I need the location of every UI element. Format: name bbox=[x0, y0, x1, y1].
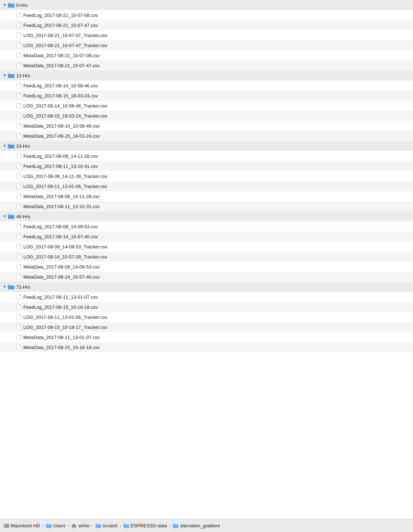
file-label: LOG_2017-08-15_10-18-17_Tracker.csv bbox=[23, 325, 107, 330]
folder-icon bbox=[8, 284, 14, 289]
file-row[interactable]: LOG_2017-08-21_10-07-07_Tracker.csv bbox=[0, 30, 413, 40]
statusbar-separator: › bbox=[42, 523, 44, 528]
folder-label: 0-Hrs bbox=[16, 3, 28, 8]
file-row[interactable]: FeedLog_2017-08-14_10-58-46.csv bbox=[0, 81, 413, 91]
file-icon bbox=[17, 42, 22, 48]
file-row[interactable]: FeedLog_2017-08-11_13-01-07.csv bbox=[0, 292, 413, 302]
tree-root: ▼ 0-Hrs FeedLog_2017-08-21_10-07-08.csv … bbox=[0, 0, 413, 352]
file-row[interactable]: MetaData_2017-08-08_14-11-28.csv bbox=[0, 191, 413, 201]
file-row[interactable]: FeedLog_2017-08-11_13-10-31.csv bbox=[0, 161, 413, 171]
file-row[interactable]: LOG_2017-08-11_13-01-06_Tracker.csv bbox=[0, 312, 413, 322]
statusbar-label: whho bbox=[78, 523, 89, 528]
file-icon bbox=[17, 264, 22, 270]
file-icon bbox=[17, 32, 22, 38]
file-row[interactable]: FeedLog_2017-08-21_10-07-47.csv bbox=[0, 20, 413, 30]
statusbar-label: scratch bbox=[103, 523, 118, 528]
file-label: LOG_2017-08-14_10-57-39_Tracker.csv bbox=[23, 254, 107, 260]
file-row[interactable]: LOG_2017-08-11_13-01-06_Tracker.csv bbox=[0, 181, 413, 191]
folder-icon bbox=[46, 523, 52, 528]
statusbar-item-macintosh-hd[interactable]: Macintosh HD bbox=[4, 523, 40, 529]
file-row[interactable]: MetaData_2017-08-21_10-07-08.csv bbox=[0, 50, 413, 60]
file-icon bbox=[17, 83, 22, 88]
file-label: FeedLog_2017-08-15_18-03-24.csv bbox=[23, 93, 98, 98]
file-row[interactable]: FeedLog_2017-08-15_10-18-18.csv bbox=[0, 302, 413, 312]
tree-container: ▼ 0-Hrs FeedLog_2017-08-21_10-07-08.csv … bbox=[0, 0, 413, 519]
chevron-icon: ▼ bbox=[2, 284, 7, 289]
file-row[interactable]: LOG_2017-08-08_14-11-28_Tracker.csv bbox=[0, 171, 413, 181]
file-row[interactable]: FeedLog_2017-08-21_10-07-08.csv bbox=[0, 10, 413, 20]
file-label: MetaData_2017-08-21_10-07-47.csv bbox=[23, 63, 99, 68]
statusbar-label: starvation_gradient bbox=[180, 523, 220, 528]
folder-label: 72-Hrs bbox=[16, 284, 30, 290]
svg-point-3 bbox=[7, 526, 8, 526]
file-row[interactable]: LOG_2017-08-08_14-09-53_Tracker.csv bbox=[0, 242, 413, 252]
file-icon bbox=[17, 334, 22, 340]
file-icon bbox=[17, 113, 22, 119]
file-row[interactable]: LOG_2017-08-21_10-07-47_Tracker.csv bbox=[0, 40, 413, 50]
statusbar-item-scratch[interactable]: scratch bbox=[96, 523, 118, 528]
file-label: LOG_2017-08-21_10-07-47_Tracker.csv bbox=[23, 43, 107, 48]
file-icon bbox=[17, 344, 22, 350]
statusbar-item-whho[interactable]: whho bbox=[71, 523, 89, 529]
file-icon bbox=[17, 193, 22, 199]
file-icon bbox=[17, 12, 22, 18]
file-icon bbox=[17, 234, 22, 239]
file-browser: ▼ 0-Hrs FeedLog_2017-08-21_10-07-08.csv … bbox=[0, 0, 413, 519]
file-row[interactable]: LOG_2017-08-15_10-18-17_Tracker.csv bbox=[0, 322, 413, 332]
folder-row-72-Hrs[interactable]: ▼ 72-Hrs bbox=[0, 282, 413, 292]
statusbar-label: Macintosh HD bbox=[11, 523, 40, 528]
folder-icon bbox=[124, 523, 129, 528]
file-icon bbox=[17, 52, 22, 58]
file-label: FeedLog_2017-08-11_13-10-31.csv bbox=[23, 164, 98, 169]
file-row[interactable]: MetaData_2017-08-14_10-57-40.csv bbox=[0, 272, 413, 282]
file-row[interactable]: FeedLog_2017-08-15_18-03-24.csv bbox=[0, 91, 413, 101]
folder-icon bbox=[96, 523, 101, 528]
file-row[interactable]: FeedLog_2017-08-08_14-09-53.csv bbox=[0, 221, 413, 231]
file-icon bbox=[17, 153, 22, 159]
file-label: FeedLog_2017-08-14_10-57-40.csv bbox=[23, 234, 98, 239]
file-label: LOG_2017-08-11_13-01-06_Tracker.csv bbox=[23, 315, 107, 320]
file-icon bbox=[17, 244, 22, 249]
file-icon bbox=[17, 22, 22, 28]
file-row[interactable]: MetaData_2017-08-21_10-07-47.csv bbox=[0, 60, 413, 70]
file-icon bbox=[17, 203, 22, 209]
file-icon bbox=[17, 133, 22, 139]
file-row[interactable]: MetaData_2017-08-08_14-09-53.csv bbox=[0, 262, 413, 272]
folder-row-12-Hrs[interactable]: ▼ 12-Hrs bbox=[0, 70, 413, 81]
folder-row-24-Hrs[interactable]: ▼ 24-Hrs bbox=[0, 141, 413, 151]
statusbar-separator: › bbox=[92, 523, 93, 528]
file-row[interactable]: MetaData_2017-08-11_13-01-07.csv bbox=[0, 332, 413, 342]
file-icon bbox=[17, 274, 22, 280]
file-row[interactable]: MetaData_2017-08-15_18-03-24.csv bbox=[0, 131, 413, 141]
file-row[interactable]: FeedLog_2017-08-14_10-57-40.csv bbox=[0, 231, 413, 242]
file-row[interactable]: LOG_2017-08-14_10-57-39_Tracker.csv bbox=[0, 252, 413, 262]
file-label: MetaData_2017-08-11_13-01-07.csv bbox=[23, 335, 99, 340]
file-row[interactable]: MetaData_2017-08-15_10-18-18.csv bbox=[0, 342, 413, 352]
file-label: FeedLog_2017-08-14_10-58-46.csv bbox=[23, 83, 98, 88]
file-row[interactable]: MetaData_2017-08-11_13-10-31.csv bbox=[0, 201, 413, 211]
file-label: LOG_2017-08-08_14-09-53_Tracker.csv bbox=[23, 244, 107, 249]
statusbar-label: Users bbox=[53, 523, 65, 528]
file-label: MetaData_2017-08-15_10-18-18.csv bbox=[23, 345, 99, 350]
folder-label: 48-Hrs bbox=[16, 214, 30, 219]
file-label: FeedLog_2017-08-21_10-07-08.csv bbox=[23, 13, 98, 18]
folder-label: 12-Hrs bbox=[16, 73, 30, 78]
statusbar-item-users[interactable]: Users bbox=[46, 523, 65, 528]
file-row[interactable]: FeedLog_2017-08-08_14-11-28.csv bbox=[0, 151, 413, 161]
file-label: MetaData_2017-08-21_10-07-08.csv bbox=[23, 53, 99, 58]
folder-row-48-Hrs[interactable]: ▼ 48-Hrs bbox=[0, 211, 413, 221]
file-icon bbox=[17, 103, 22, 109]
file-icon bbox=[17, 93, 22, 98]
folder-row-0-Hrs[interactable]: ▼ 0-Hrs bbox=[0, 0, 413, 10]
file-icon bbox=[17, 224, 22, 229]
folder-icon bbox=[8, 143, 14, 148]
statusbar-item-starvation_gradient[interactable]: starvation_gradient bbox=[173, 523, 220, 528]
file-row[interactable]: LOG_2017-08-14_10-58-46_Tracker.csv bbox=[0, 101, 413, 111]
file-icon bbox=[17, 294, 22, 300]
file-row[interactable]: MetaData_2017-08-14_10-58-46.csv bbox=[0, 121, 413, 131]
statusbar-item-espresso-data[interactable]: ESPRESSO-data bbox=[124, 523, 167, 528]
statusbar-label: ESPRESSO-data bbox=[131, 523, 167, 528]
file-row[interactable]: LOG_2017-08-15_18-03-24_Tracker.csv bbox=[0, 111, 413, 121]
file-label: FeedLog_2017-08-21_10-07-47.csv bbox=[23, 23, 98, 28]
file-icon bbox=[17, 254, 22, 260]
